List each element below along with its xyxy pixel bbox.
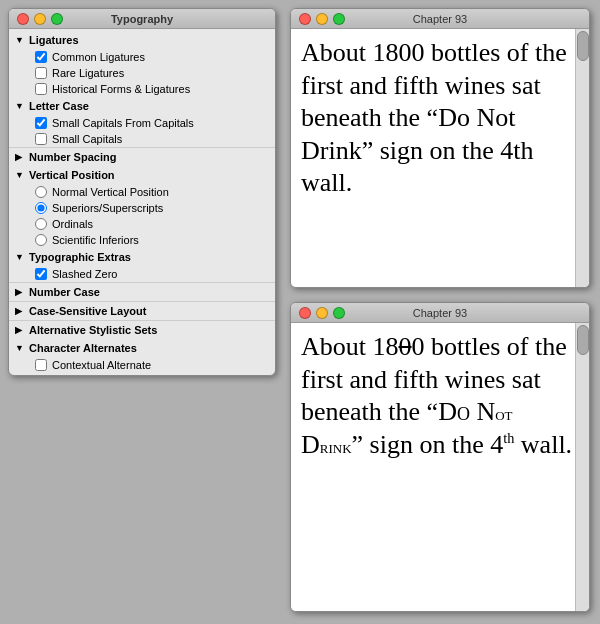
scientific-inferiors-item: Scientific Inferiors — [9, 232, 275, 248]
ordinals-label: Ordinals — [52, 218, 93, 230]
common-ligatures-checkbox[interactable] — [35, 51, 47, 63]
preview-2-close-button[interactable] — [299, 307, 311, 319]
preview-window-1: Chapter 93 About 1800 bottles of the fir… — [290, 8, 590, 288]
slashed-zero-char: 0 — [399, 332, 412, 361]
preview-1-close-button[interactable] — [299, 13, 311, 25]
small-caps-from-capitals-label: Small Capitals From Capitals — [52, 117, 194, 129]
common-ligatures-label: Common Ligatures — [52, 51, 145, 63]
number-case-label: Number Case — [29, 286, 100, 298]
preview-2-maximize-button[interactable] — [333, 307, 345, 319]
small-capitals-label: Small Capitals — [52, 133, 122, 145]
preview-1-minimize-button[interactable] — [316, 13, 328, 25]
preview-1-scrollbar[interactable] — [575, 29, 589, 287]
typography-panel: Typography Ligatures Common Ligatures Ra… — [8, 8, 276, 376]
panel-titlebar: Typography — [9, 9, 275, 29]
scientific-inferiors-radio[interactable] — [35, 234, 47, 246]
contextual-alternate-label: Contextual Alternate — [52, 359, 151, 371]
preview-2-minimize-button[interactable] — [316, 307, 328, 319]
slashed-zero-item: Slashed Zero — [9, 266, 275, 282]
preview-2-scroll-thumb[interactable] — [577, 325, 589, 355]
rare-ligatures-item: Rare Ligatures — [9, 65, 275, 81]
small-caps-drink: Drink — [301, 430, 352, 459]
preview-2-title: Chapter 93 — [413, 307, 467, 319]
case-sensitive-arrow-icon: ▶ — [15, 306, 25, 316]
rare-ligatures-checkbox[interactable] — [35, 67, 47, 79]
superiors-superscripts-item: Superiors/Superscripts — [9, 200, 275, 216]
number-case-arrow-icon: ▶ — [15, 287, 25, 297]
section-ligatures-header[interactable]: Ligatures — [9, 31, 275, 49]
superiors-superscripts-label: Superiors/Superscripts — [52, 202, 163, 214]
close-button[interactable] — [17, 13, 29, 25]
small-caps-from-capitals-item: Small Capitals From Capitals — [9, 115, 275, 131]
common-ligatures-item: Common Ligatures — [9, 49, 275, 65]
character-alternates-label: Character Alternates — [29, 342, 137, 354]
preview-1-title: Chapter 93 — [413, 13, 467, 25]
preview-1-maximize-button[interactable] — [333, 13, 345, 25]
vertical-position-arrow-icon — [15, 170, 25, 180]
letter-case-label: Letter Case — [29, 100, 89, 112]
preview-window-2: Chapter 93 About 1800 bottles of the fir… — [290, 302, 590, 612]
slashed-zero-label: Slashed Zero — [52, 268, 117, 280]
titlebar-buttons — [17, 13, 63, 25]
small-caps-from-capitals-checkbox[interactable] — [35, 117, 47, 129]
small-capitals-item: Small Capitals — [9, 131, 275, 147]
preview-2-scrollbar[interactable] — [575, 323, 589, 611]
normal-vertical-position-item: Normal Vertical Position — [9, 184, 275, 200]
preview-2-text: About 1800 bottles of the first and fift… — [301, 331, 579, 461]
ordinals-item: Ordinals — [9, 216, 275, 232]
ligatures-arrow-icon — [15, 35, 25, 45]
panel-title: Typography — [111, 13, 173, 25]
ligatures-label: Ligatures — [29, 34, 79, 46]
contextual-alternate-item: Contextual Alternate — [9, 357, 275, 373]
case-sensitive-layout-label: Case-Sensitive Layout — [29, 305, 146, 317]
section-typographic-extras-header[interactable]: Typographic Extras — [9, 248, 275, 266]
section-case-sensitive-layout-header[interactable]: ▶ Case-Sensitive Layout — [9, 301, 275, 320]
section-number-case-header[interactable]: ▶ Number Case — [9, 282, 275, 301]
ordinals-radio[interactable] — [35, 218, 47, 230]
number-spacing-label: Number Spacing — [29, 151, 116, 163]
preview-2-content: About 1800 bottles of the first and fift… — [291, 323, 589, 611]
small-caps-do-not: Do Not — [438, 397, 512, 426]
historical-forms-item: Historical Forms & Ligatures — [9, 81, 275, 97]
historical-forms-checkbox[interactable] — [35, 83, 47, 95]
letter-case-arrow-icon — [15, 101, 25, 111]
maximize-button[interactable] — [51, 13, 63, 25]
historical-forms-label: Historical Forms & Ligatures — [52, 83, 190, 95]
minimize-button[interactable] — [34, 13, 46, 25]
alternative-stylistic-sets-arrow-icon: ▶ — [15, 325, 25, 335]
scientific-inferiors-label: Scientific Inferiors — [52, 234, 139, 246]
rare-ligatures-label: Rare Ligatures — [52, 67, 124, 79]
normal-vertical-position-label: Normal Vertical Position — [52, 186, 169, 198]
section-alternative-stylistic-sets-header[interactable]: ▶ Alternative Stylistic Sets — [9, 320, 275, 339]
contextual-alternate-checkbox[interactable] — [35, 359, 47, 371]
panel-content: Ligatures Common Ligatures Rare Ligature… — [9, 29, 275, 375]
section-character-alternates-header[interactable]: Character Alternates — [9, 339, 275, 357]
preview-1-content: About 1800 bottles of the first and fift… — [291, 29, 589, 287]
preview-2-titlebar-buttons — [299, 307, 345, 319]
section-letter-case-header[interactable]: Letter Case — [9, 97, 275, 115]
slashed-zero-checkbox[interactable] — [35, 268, 47, 280]
preview-titlebar-2: Chapter 93 — [291, 303, 589, 323]
preview-1-scroll-thumb[interactable] — [577, 31, 589, 61]
number-spacing-arrow-icon: ▶ — [15, 152, 25, 162]
small-capitals-checkbox[interactable] — [35, 133, 47, 145]
preview-titlebar-1: Chapter 93 — [291, 9, 589, 29]
section-number-spacing-header[interactable]: ▶ Number Spacing — [9, 147, 275, 166]
preview-1-titlebar-buttons — [299, 13, 345, 25]
superscript-th: th — [503, 430, 514, 446]
typographic-extras-arrow-icon — [15, 252, 25, 262]
normal-vertical-position-radio[interactable] — [35, 186, 47, 198]
alternative-stylistic-sets-label: Alternative Stylistic Sets — [29, 324, 157, 336]
section-vertical-position-header[interactable]: Vertical Position — [9, 166, 275, 184]
preview-1-text: About 1800 bottles of the first and fift… — [301, 37, 579, 200]
superiors-superscripts-radio[interactable] — [35, 202, 47, 214]
typographic-extras-label: Typographic Extras — [29, 251, 131, 263]
character-alternates-arrow-icon — [15, 343, 25, 353]
vertical-position-label: Vertical Position — [29, 169, 115, 181]
